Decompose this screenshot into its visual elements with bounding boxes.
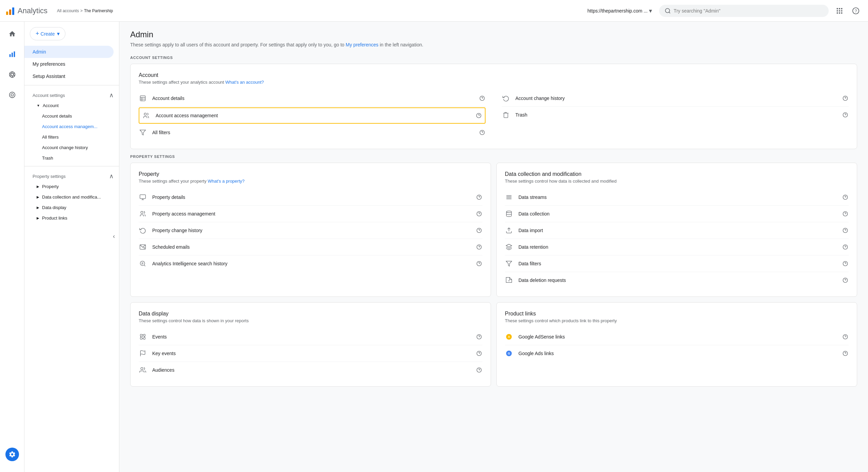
ai-search-history-help[interactable] xyxy=(476,260,482,267)
create-button[interactable]: + Create ▾ xyxy=(30,27,65,40)
app-logo: Analytics xyxy=(5,6,53,16)
data-import-help[interactable] xyxy=(842,227,849,234)
ai-search-history-row[interactable]: Analytics Intelligence search history xyxy=(139,255,482,272)
sidebar-collapse-button[interactable]: ‹ xyxy=(24,230,119,240)
data-filters-icon xyxy=(505,260,513,268)
product-links-tree-arrow: ▶ xyxy=(37,216,39,220)
data-retention-help[interactable] xyxy=(842,244,849,250)
all-filters-icon xyxy=(139,128,147,137)
events-row[interactable]: Events xyxy=(139,329,482,345)
svg-point-81 xyxy=(142,336,143,337)
sidebar-icon-advertising[interactable] xyxy=(3,85,22,104)
nav-property-settings-header[interactable]: Property settings ∧ xyxy=(24,169,119,181)
search-input[interactable] xyxy=(674,8,823,14)
sidebar-icon-explore[interactable] xyxy=(3,65,22,84)
property-change-history-row[interactable]: Property change history xyxy=(139,222,482,239)
google-adsense-help[interactable] xyxy=(842,333,849,340)
account-settings-section-label: ACCOUNT SETTINGS xyxy=(130,56,857,60)
nav-sidebar: + Create ▾ Admin My preferences Setup As… xyxy=(24,22,119,472)
nav-tree-all-filters[interactable]: All filters xyxy=(24,132,119,142)
scheduled-emails-row[interactable]: Scheduled emails xyxy=(139,239,482,255)
data-streams-help[interactable] xyxy=(842,194,849,201)
scheduled-emails-icon xyxy=(139,243,147,251)
account-change-history-help[interactable] xyxy=(842,95,849,102)
layout: + Create ▾ Admin My preferences Setup As… xyxy=(0,22,868,472)
account-change-history-row[interactable]: Account change history xyxy=(502,90,849,107)
data-import-row[interactable]: Data import xyxy=(505,222,849,239)
data-deletion-help[interactable] xyxy=(842,277,849,284)
nav-tree-data-display[interactable]: ▶ Data display xyxy=(24,202,119,213)
property-change-history-help[interactable] xyxy=(476,227,482,234)
account-details-help[interactable] xyxy=(479,95,486,102)
nav-tree-account-details[interactable]: Account details xyxy=(24,111,119,121)
whats-account-link[interactable]: What's an account? xyxy=(225,80,264,85)
nav-divider-1 xyxy=(24,85,119,85)
account-access-icon xyxy=(142,111,150,120)
svg-rect-22 xyxy=(140,96,145,101)
svg-rect-0 xyxy=(6,12,8,15)
data-streams-row[interactable]: Data streams xyxy=(505,189,849,206)
my-preferences-link[interactable]: My preferences xyxy=(346,42,378,47)
help-icon: ? xyxy=(852,7,860,15)
property-access-row[interactable]: Property access management xyxy=(139,206,482,222)
breadcrumb-all-accounts[interactable]: All accounts xyxy=(57,8,79,13)
property-details-row[interactable]: Property details xyxy=(139,189,482,206)
events-icon xyxy=(139,333,147,341)
account-access-help[interactable] xyxy=(475,112,482,119)
key-events-row[interactable]: Key events xyxy=(139,345,482,362)
nav-account-settings-header[interactable]: Account settings ∧ xyxy=(24,88,119,100)
data-import-icon xyxy=(505,226,513,234)
data-filters-help[interactable] xyxy=(842,260,849,267)
trash-help[interactable] xyxy=(842,111,849,118)
data-collection-help[interactable] xyxy=(842,210,849,217)
google-adsense-icon: A xyxy=(505,333,513,341)
search-bar[interactable] xyxy=(659,5,829,17)
settings-gear-icon[interactable] xyxy=(5,448,19,461)
scheduled-emails-help[interactable] xyxy=(476,244,482,250)
property-selector[interactable]: https://thepartnership.com ... ▾ xyxy=(585,5,655,16)
sidebar-icon-reports[interactable] xyxy=(3,45,22,64)
property-details-help[interactable] xyxy=(476,194,482,201)
data-deletion-row[interactable]: Data deletion requests xyxy=(505,272,849,288)
sidebar-icon-home[interactable] xyxy=(3,24,22,43)
page-subtitle: These settings apply to all users of thi… xyxy=(130,42,857,47)
nav-tree-account-change-history[interactable]: Account change history xyxy=(24,142,119,153)
property-access-help[interactable] xyxy=(476,210,482,217)
sidebar-icon-settings[interactable] xyxy=(3,448,22,467)
data-retention-row[interactable]: Data retention xyxy=(505,239,849,255)
nav-tree-product-links[interactable]: ▶ Product links xyxy=(24,213,119,223)
all-filters-label: All filters xyxy=(42,135,59,140)
google-ads-help[interactable] xyxy=(842,350,849,357)
nav-tree-property[interactable]: ▶ Property xyxy=(24,181,119,192)
trash-icon xyxy=(502,111,510,119)
help-icon-button[interactable]: ? xyxy=(849,4,863,18)
all-filters-row[interactable]: All filters xyxy=(139,124,486,141)
trash-row[interactable]: Trash xyxy=(502,107,849,123)
audiences-help[interactable] xyxy=(476,367,482,373)
data-collection-row[interactable]: Data collection xyxy=(505,206,849,222)
account-access-management-row[interactable]: Account access management xyxy=(139,107,486,124)
nav-tree-trash[interactable]: Trash xyxy=(24,153,119,163)
nav-item-my-preferences[interactable]: My preferences xyxy=(24,58,114,70)
breadcrumb-current: The Partnership xyxy=(84,8,113,13)
nav-tree-account-access[interactable]: Account access managem... xyxy=(24,121,119,132)
key-events-label: Key events xyxy=(152,351,476,356)
account-subtitle-text: These settings affect your analytics acc… xyxy=(139,80,224,85)
create-chevron-icon: ▾ xyxy=(57,30,60,37)
apps-icon-button[interactable] xyxy=(833,4,846,18)
google-adsense-row[interactable]: A Google AdSense links xyxy=(505,329,849,345)
events-help[interactable] xyxy=(476,333,482,340)
whats-property-link[interactable]: What's a property? xyxy=(208,179,245,184)
key-events-help[interactable] xyxy=(476,350,482,357)
account-tree-label: Account xyxy=(43,103,59,108)
nav-tree-data-collection[interactable]: ▶ Data collection and modifica... xyxy=(24,192,119,202)
all-filters-help[interactable] xyxy=(479,129,486,136)
data-filters-row[interactable]: Data filters xyxy=(505,255,849,272)
nav-tree-account[interactable]: ▼ Account xyxy=(24,100,119,111)
audiences-row[interactable]: Audiences xyxy=(139,362,482,378)
nav-item-setup-assistant[interactable]: Setup Assistant xyxy=(24,70,114,82)
nav-item-admin[interactable]: Admin xyxy=(24,46,114,58)
account-details-row[interactable]: Account details xyxy=(139,90,486,107)
google-ads-row[interactable]: G Google Ads links xyxy=(505,345,849,362)
audiences-icon xyxy=(139,366,147,374)
